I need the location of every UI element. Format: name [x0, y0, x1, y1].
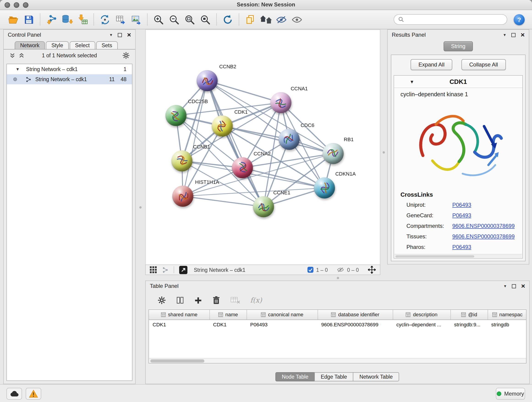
tab-network-table[interactable]: Network Table	[353, 372, 399, 381]
panel-menu-icon[interactable]: ▼	[503, 33, 507, 37]
import-network-file-icon[interactable]	[44, 12, 59, 27]
results-hscrollbar[interactable]	[394, 254, 522, 258]
show-panels-icon[interactable]	[289, 12, 305, 27]
crosslink-pharos-link[interactable]: P06493	[452, 244, 522, 250]
cell-canonical-name[interactable]: P06493	[247, 319, 317, 329]
network-node-ccnb1[interactable]	[171, 150, 192, 172]
open-external-icon[interactable]	[179, 266, 187, 274]
gene-collapse-icon[interactable]: ▼	[410, 79, 414, 84]
clone-network-icon[interactable]	[97, 12, 113, 27]
network-edge[interactable]	[222, 126, 333, 153]
search-input[interactable]	[407, 17, 503, 22]
panel-menu-icon[interactable]: ▼	[109, 33, 113, 37]
column-header-name[interactable]: name	[209, 310, 247, 319]
cell-id[interactable]: stringdb:9...	[450, 319, 488, 329]
network-options-gear-icon[interactable]	[122, 52, 130, 61]
import-network-database-icon[interactable]	[59, 12, 75, 27]
warnings-button[interactable]	[26, 388, 41, 400]
column-header-shared-name[interactable]: shared name	[149, 310, 209, 319]
network-edge[interactable]	[183, 196, 264, 207]
network-node-ccnb2[interactable]	[196, 70, 218, 91]
show-columns-icon[interactable]	[176, 296, 184, 304]
zoom-fit-icon[interactable]	[182, 12, 197, 27]
network-node-rb1[interactable]	[323, 143, 344, 164]
network-node-cdc6[interactable]	[279, 129, 300, 150]
crosslink-tissues-link[interactable]: 9606.ENSP00000378699	[452, 233, 522, 240]
collection-expand-icon[interactable]: ▼	[16, 67, 20, 71]
cell-database-identifier[interactable]: 9606.ENSP00000378699	[317, 319, 393, 329]
network-edge[interactable]	[207, 81, 264, 207]
expand-all-icon[interactable]	[19, 53, 24, 58]
float-panel-icon[interactable]	[512, 284, 516, 288]
export-image-icon[interactable]	[128, 12, 144, 27]
zoom-selected-icon[interactable]	[197, 12, 213, 27]
column-header-description[interactable]: description	[393, 310, 450, 319]
network-edge[interactable]	[183, 81, 207, 196]
cell-namespace[interactable]: stringdb	[488, 319, 526, 329]
string-results-tab[interactable]: String	[444, 41, 473, 51]
network-node-ccna1[interactable]	[270, 92, 291, 113]
home-icon[interactable]	[258, 12, 273, 27]
grid-view-icon[interactable]	[150, 266, 157, 273]
import-table-icon[interactable]	[75, 12, 90, 27]
column-header-id[interactable]: @id	[450, 310, 488, 319]
network-node-cdc25b[interactable]	[165, 105, 186, 126]
cloud-status-button[interactable]	[6, 388, 22, 400]
column-header-database-identifier[interactable]: database identifier	[317, 310, 393, 319]
float-panel-icon[interactable]	[511, 33, 515, 37]
move-crosshair-icon[interactable]	[368, 266, 376, 274]
gene-header[interactable]: ▼ CDK1	[394, 76, 522, 88]
column-header-namespace[interactable]: namespac	[488, 310, 526, 319]
delete-column-trash-icon[interactable]	[212, 296, 220, 305]
zoom-in-icon[interactable]	[151, 12, 166, 27]
right-splitter-handle[interactable]	[383, 151, 385, 153]
network-node-ccna2[interactable]	[232, 157, 253, 178]
close-panel-icon[interactable]: ×	[127, 32, 131, 37]
tab-node-table[interactable]: Node Table	[275, 372, 315, 381]
collapse-all-button[interactable]: Collapse All	[462, 59, 506, 70]
panel-menu-icon[interactable]: ▼	[503, 284, 507, 288]
hide-panels-icon[interactable]	[273, 12, 289, 27]
close-panel-icon[interactable]: ×	[521, 284, 525, 288]
copy-document-icon[interactable]	[242, 12, 258, 27]
network-collection-row[interactable]: ▼ String Network – cdk1 1	[7, 64, 132, 74]
selected-nodes-checkbox-icon[interactable]	[307, 267, 313, 273]
network-node-cdk1[interactable]	[212, 115, 233, 137]
horizontal-splitter-handle[interactable]	[337, 277, 339, 279]
cell-shared-name[interactable]: CDK1	[149, 319, 209, 329]
table-settings-gear-icon[interactable]	[158, 296, 166, 304]
crosslink-genecard-link[interactable]: P06493	[452, 212, 522, 219]
help-button[interactable]: ?	[514, 14, 525, 25]
tab-sets[interactable]: Sets	[96, 41, 118, 49]
expand-all-button[interactable]: Expand All	[411, 59, 452, 70]
network-node-hist1h1a[interactable]	[172, 186, 193, 207]
save-session-icon[interactable]	[21, 12, 37, 27]
network-row-selected[interactable]: String Network – cdk1 11 48	[7, 74, 132, 84]
zoom-out-icon[interactable]	[166, 12, 182, 27]
network-edge[interactable]	[207, 81, 281, 103]
tab-style[interactable]: Style	[46, 41, 69, 49]
crosslink-compartments-link[interactable]: 9606.ENSP00000378699	[452, 223, 522, 229]
table-hscrollbar[interactable]	[149, 358, 526, 363]
tab-select[interactable]: Select	[70, 41, 95, 49]
float-panel-icon[interactable]	[118, 33, 122, 37]
add-column-icon[interactable]	[194, 296, 202, 304]
left-splitter-handle[interactable]	[139, 206, 142, 209]
cell-name[interactable]: CDK1	[209, 319, 247, 329]
tab-edge-table[interactable]: Edge Table	[314, 372, 354, 381]
network-edge[interactable]	[183, 153, 333, 196]
open-session-icon[interactable]	[6, 12, 21, 27]
table-row[interactable]: CDK1 CDK1 P06493 9606.ENSP00000378699 cy…	[149, 319, 526, 329]
close-panel-icon[interactable]: ×	[520, 32, 525, 37]
cell-description[interactable]: cyclin–dependent ...	[393, 319, 450, 329]
export-table-icon[interactable]	[113, 12, 128, 27]
hidden-items-eye-slash-icon[interactable]	[337, 267, 344, 273]
memory-button[interactable]: Memory	[496, 388, 525, 400]
collapse-all-icon[interactable]	[10, 53, 15, 58]
crosslink-uniprot-link[interactable]: P06493	[452, 202, 522, 208]
column-header-canonical-name[interactable]: canonical name	[247, 310, 317, 319]
search-box[interactable]	[394, 14, 507, 25]
share-view-icon[interactable]	[162, 267, 169, 273]
refresh-icon[interactable]	[220, 12, 235, 27]
network-node-ccne1[interactable]	[253, 196, 274, 217]
